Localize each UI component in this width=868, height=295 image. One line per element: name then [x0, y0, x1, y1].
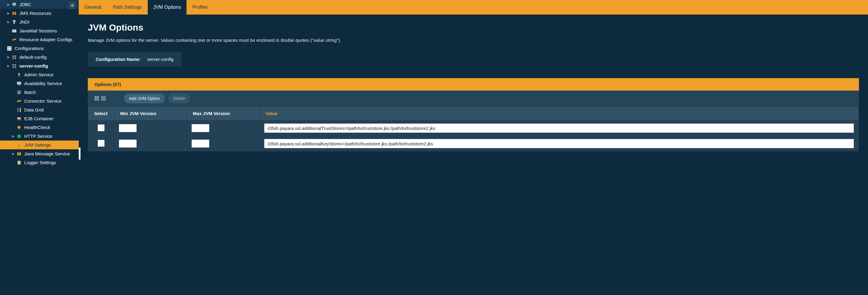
- deselect-all-icon[interactable]: [101, 96, 106, 101]
- max-jvm-input[interactable]: [192, 124, 209, 132]
- config-name-label: Configuration Name:: [96, 57, 141, 62]
- sidebar-item-batch[interactable]: ▶Batch: [0, 88, 79, 97]
- globe-icon: [17, 134, 22, 139]
- idea-icon: [17, 72, 22, 78]
- sidebar-item-connector-service[interactable]: ▶Connector Service: [0, 97, 79, 106]
- row-select-toggles[interactable]: [93, 95, 108, 102]
- sidebar-item-label: default-config: [20, 55, 46, 60]
- desc-italic: value string: [313, 37, 337, 43]
- desc-prefix: Manage JVM options for the server. Value…: [88, 37, 313, 43]
- sidebar-item-javamail-sessions[interactable]: ▶JavaMail Sessions: [0, 26, 79, 35]
- sidebar-item-data-grid[interactable]: ▶Data Grid: [0, 106, 79, 114]
- svg-rect-25: [17, 93, 21, 94]
- db-icon: [11, 2, 17, 7]
- svg-rect-36: [18, 161, 20, 162]
- config-name-value: server-config: [147, 57, 174, 62]
- svg-rect-43: [101, 96, 103, 98]
- tree-expand-icon[interactable]: ▶: [7, 20, 10, 24]
- jms-icon: [11, 10, 17, 16]
- tab-path-settings[interactable]: Path Settings: [107, 0, 147, 14]
- sidebar-item-label: Java Message Service: [24, 151, 70, 156]
- page-title: JVM Options: [88, 22, 859, 33]
- svg-rect-7: [8, 47, 9, 48]
- main-panel: GeneralPath SettingsJVM OptionsProfiler …: [79, 0, 868, 295]
- delete-button[interactable]: Delete: [168, 94, 190, 103]
- table-row: [88, 136, 859, 151]
- sidebar-item-logger-settings[interactable]: ▶Logger Settings: [0, 158, 79, 167]
- sidebar-item-resource-adapter-configs[interactable]: ▶Resource Adapter Configs: [0, 35, 79, 44]
- tree-expand-icon[interactable]: ▶: [12, 152, 15, 155]
- config-icon: [11, 63, 17, 69]
- svg-rect-13: [12, 58, 14, 59]
- sidebar-item-jndi[interactable]: ▶JNDI: [0, 18, 79, 26]
- sidebar-item-label: Admin Service: [24, 72, 54, 77]
- sidebar-item-label: Configurations: [14, 46, 44, 51]
- sidebar-item-availability-service[interactable]: ▶Availability Service: [0, 79, 79, 88]
- tab-general[interactable]: General: [79, 0, 107, 14]
- tree-expand-icon[interactable]: ▶: [12, 135, 15, 138]
- tree-expand-icon[interactable]: ▶: [7, 64, 10, 67]
- row-select-checkbox[interactable]: [98, 140, 104, 147]
- funnel-icon: [11, 19, 17, 25]
- svg-rect-8: [10, 47, 11, 48]
- svg-rect-26: [17, 100, 19, 102]
- col-value[interactable]: Value: [259, 107, 859, 121]
- sidebar-item-label: HealthCheck: [24, 125, 50, 130]
- row-select-checkbox[interactable]: [98, 124, 104, 131]
- config-icon: [11, 55, 17, 60]
- tree-expand-icon[interactable]: ▶: [7, 11, 10, 15]
- jvm-value-input[interactable]: [264, 139, 854, 148]
- min-jvm-input[interactable]: [119, 140, 136, 148]
- mail-icon: [11, 28, 17, 34]
- svg-rect-24: [17, 92, 21, 93]
- sidebar-item-http-service[interactable]: ▶HTTP Service: [0, 132, 79, 141]
- sidebar-item-jvm-settings[interactable]: ▶JVM Settings: [0, 141, 79, 149]
- sidebar-collapse-button[interactable]: [68, 2, 76, 9]
- col-select[interactable]: Select: [88, 107, 114, 121]
- col-min[interactable]: Min JVM Version: [114, 107, 187, 121]
- configs-icon: [7, 46, 12, 51]
- connector-icon: [17, 98, 22, 104]
- sidebar-item-label: EJB Container: [24, 116, 54, 121]
- tab-jvm-options[interactable]: JVM Options: [148, 0, 186, 14]
- sidebar-item-label: server-config: [20, 63, 48, 68]
- sidebar-item-jdbc[interactable]: ▶JDBC: [0, 0, 79, 9]
- jmsg-icon: [17, 151, 22, 156]
- batch-icon: [17, 90, 22, 95]
- add-jvm-option-button[interactable]: Add JVM Option: [124, 94, 165, 103]
- table-row: [88, 121, 859, 136]
- svg-rect-27: [20, 100, 21, 101]
- sidebar-item-java-message-service[interactable]: ▶Java Message Service: [0, 149, 79, 158]
- sidebar-item-configurations[interactable]: ▶Configurations: [0, 44, 79, 53]
- svg-rect-44: [104, 96, 105, 98]
- svg-rect-14: [14, 58, 16, 59]
- sidebar-item-label: Batch: [24, 90, 36, 95]
- tree-expand-icon[interactable]: ▶: [7, 55, 10, 59]
- sidebar-item-healthcheck[interactable]: ▶HealthCheck: [0, 123, 79, 132]
- sidebar-item-label: JVM Settings: [24, 142, 51, 148]
- min-jvm-input[interactable]: [119, 124, 136, 132]
- sidebar-item-admin-service[interactable]: ▶Admin Service: [0, 70, 79, 79]
- tab-profiler[interactable]: Profiler: [187, 0, 213, 14]
- jvm-value-input[interactable]: [264, 124, 854, 132]
- logger-icon: [17, 160, 22, 166]
- sidebar-item-label: HTTP Service: [24, 134, 52, 139]
- sidebar-item-label: JMS Resources: [20, 10, 52, 16]
- page-description: Manage JVM options for the server. Value…: [88, 37, 859, 43]
- sidebar-item-ejb-container[interactable]: ▶EJB Container: [0, 114, 79, 123]
- sidebar-resize-grip[interactable]: [79, 148, 81, 159]
- grid-icon: [17, 107, 22, 113]
- sidebar-item-label: JDBC: [20, 2, 31, 7]
- sidebar-item-jms-resources[interactable]: ▶JMS Resources: [0, 9, 79, 18]
- sidebar-item-default-config[interactable]: ▶default-config: [0, 53, 79, 61]
- sidebar-item-label: JavaMail Sessions: [20, 28, 57, 33]
- sidebar-item-server-config[interactable]: ▶server-config: [0, 61, 79, 70]
- desc-suffix: ").: [337, 37, 341, 43]
- col-max[interactable]: Max JVM Version: [187, 107, 259, 121]
- select-all-icon[interactable]: [94, 96, 99, 101]
- svg-rect-21: [17, 82, 21, 85]
- max-jvm-input[interactable]: [192, 140, 209, 148]
- monitor-icon: [17, 81, 22, 86]
- svg-rect-10: [10, 49, 11, 50]
- tree-expand-icon[interactable]: ▶: [7, 3, 10, 6]
